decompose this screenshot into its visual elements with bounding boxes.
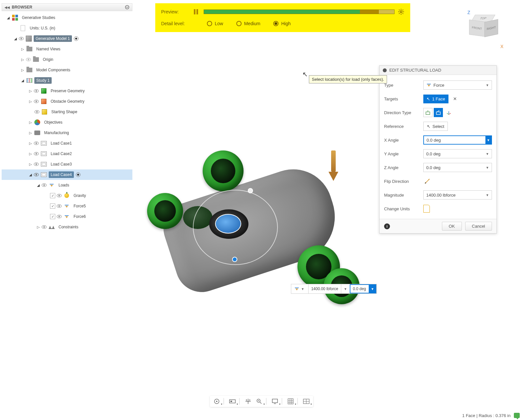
hud-angle-caret[interactable]: ▼ [369, 284, 377, 293]
visibility-icon[interactable] [34, 109, 41, 114]
expand-icon[interactable]: ▷ [27, 89, 34, 93]
orbit-button[interactable]: ▾ [212, 397, 222, 406]
tree-constraints[interactable]: ▷ Constraints [2, 222, 132, 232]
edit-panel-header[interactable]: EDIT STRUCTURAL LOAD [380, 66, 497, 75]
radio-low[interactable]: Low [207, 21, 223, 26]
direction-angle-button[interactable] [434, 108, 443, 117]
expand-icon[interactable]: ◢ [12, 37, 19, 41]
visibility-icon[interactable] [34, 99, 40, 104]
tree-manufacturing[interactable]: ▷ Manufacturing [2, 128, 132, 138]
z-angle-input[interactable]: 0.0 deg▼ [423, 163, 492, 172]
radio-high[interactable]: High [273, 21, 291, 26]
gear-icon[interactable] [398, 9, 404, 15]
expand-icon[interactable]: ▷ [19, 47, 26, 51]
tree-study[interactable]: ◢ Study 1 [2, 75, 132, 86]
collapse-icon[interactable]: ◀◀ [5, 6, 10, 9]
model-boss[interactable] [147, 193, 183, 229]
y-angle-input[interactable]: 0.0 deg▼ [423, 149, 492, 158]
tree-force5[interactable]: ✓ Force5 [2, 201, 132, 211]
tree-lc1[interactable]: ▷ Load Case1 [2, 138, 132, 149]
model-hole[interactable] [183, 206, 212, 229]
direction-normal-button[interactable] [423, 108, 432, 117]
tree-components[interactable]: ▷ Model Components [2, 65, 132, 75]
viewcube[interactable]: Z X TOP FRONT RIGHT [458, 10, 503, 49]
expand-icon[interactable]: ◢ [27, 173, 34, 177]
expand-icon[interactable]: ▷ [19, 68, 26, 72]
tree-lc3[interactable]: ▷ Load Case3 [2, 159, 132, 169]
hud-magnitude[interactable]: 1400.00 lbforce [309, 284, 341, 293]
viewports-button[interactable]: ▾ [301, 397, 311, 406]
manipulator-handle[interactable] [248, 188, 253, 193]
visibility-icon[interactable] [34, 172, 40, 177]
pause-button[interactable] [194, 9, 201, 14]
ok-button[interactable]: OK [442, 222, 462, 231]
viewport-3d[interactable] [141, 144, 369, 340]
visibility-icon[interactable] [19, 36, 25, 41]
model-selected-face[interactable] [209, 209, 248, 239]
tree-lc4[interactable]: ◢ Load Case4 [2, 169, 132, 180]
manipulator-handle[interactable] [232, 257, 237, 262]
minimize-icon[interactable] [125, 5, 129, 9]
magnitude-input[interactable]: 1400.00 lbforce▼ [423, 190, 492, 200]
hud-angle[interactable]: 0.0 deg [350, 284, 369, 293]
visibility-icon[interactable] [57, 214, 63, 219]
tree-root[interactable]: ◢ Generative Studies [2, 12, 132, 23]
viewcube-right[interactable]: RIGHT [484, 19, 498, 37]
visibility-icon[interactable] [34, 162, 40, 167]
expand-icon[interactable]: ◢ [19, 79, 26, 83]
direction-vector-button[interactable] [444, 108, 453, 117]
tree-model[interactable]: ◢ Generative Model 1 [2, 33, 132, 44]
expand-icon[interactable]: ▷ [35, 225, 42, 229]
radio-medium[interactable]: Medium [236, 21, 261, 26]
checkbox[interactable]: ✓ [50, 203, 55, 209]
visibility-icon[interactable] [34, 141, 40, 146]
info-icon[interactable]: i [384, 223, 390, 229]
hud-mag-caret[interactable]: ▼ [341, 284, 350, 293]
visibility-icon[interactable] [42, 224, 48, 230]
expand-icon[interactable]: ▷ [27, 162, 34, 166]
tree-origin[interactable]: ▷ Origin [2, 54, 132, 65]
x-angle-input[interactable]: 0.0 deg▼ [423, 135, 492, 145]
tree-preserve[interactable]: ▷ Preserve Geometry [2, 86, 132, 96]
tree-lc2[interactable]: ▷ Load Case2 [2, 149, 132, 159]
tree-starting[interactable]: Starting Shape [2, 107, 132, 117]
visibility-icon[interactable] [34, 151, 40, 156]
expand-icon[interactable]: ▷ [27, 152, 34, 156]
pan-button[interactable] [243, 397, 253, 406]
tree-obstacle[interactable]: ▷ Obstacle Geometry [2, 96, 132, 107]
expand-icon[interactable]: ▷ [27, 131, 34, 135]
viewcube-front[interactable]: FRONT [469, 20, 485, 37]
checkbox[interactable]: ✓ [50, 214, 55, 219]
expand-icon[interactable]: ◢ [35, 183, 42, 187]
browser-header[interactable]: ◀◀ BROWSER [2, 3, 132, 11]
tree-units[interactable]: Units: U.S. (in) [2, 23, 132, 33]
clear-targets-icon[interactable]: ✕ [453, 96, 457, 101]
grid-button[interactable]: ▾ [286, 397, 295, 406]
zoom-button[interactable]: ▾ [254, 397, 264, 406]
expand-icon[interactable]: ◢ [5, 16, 11, 20]
reference-select-button[interactable]: ↖Select [423, 122, 448, 131]
checkbox[interactable]: ✓ [50, 193, 55, 198]
preview-slider[interactable] [204, 9, 395, 14]
tree-loads[interactable]: ◢ Loads [2, 180, 132, 190]
hud-force-icon[interactable]: ▼ [291, 284, 309, 293]
chat-icon[interactable] [514, 413, 520, 418]
visibility-icon[interactable] [57, 203, 63, 209]
visibility-icon[interactable] [57, 193, 63, 198]
visibility-icon[interactable] [42, 183, 48, 188]
flip-button[interactable] [423, 177, 431, 185]
tree-force6[interactable]: ✓ Force6 [2, 211, 132, 222]
targets-chip[interactable]: ↖1 Face [423, 95, 448, 103]
display-button[interactable]: ▾ [270, 397, 280, 406]
tree-gravity[interactable]: ✓ Gravity [2, 190, 132, 201]
expand-icon[interactable]: ▷ [27, 99, 34, 104]
visibility-icon[interactable] [26, 57, 32, 62]
active-radio[interactable] [74, 36, 78, 41]
collapse-dot-icon[interactable] [383, 68, 387, 72]
look-button[interactable]: ▾ [228, 397, 237, 406]
active-radio[interactable] [76, 172, 80, 177]
type-dropdown[interactable]: Force ▼ [423, 80, 492, 90]
visibility-icon[interactable] [34, 88, 40, 94]
change-units-button[interactable] [423, 205, 430, 213]
tree-named-views[interactable]: ▷ Named Views [2, 44, 132, 54]
